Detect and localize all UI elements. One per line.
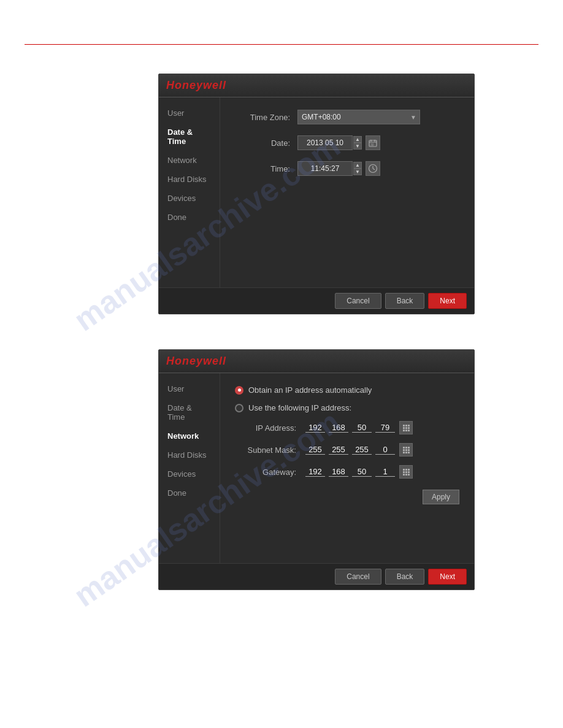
gw-oct2[interactable]: 168	[329, 467, 348, 477]
panel2-header: Honeywell	[159, 350, 474, 373]
panel1-body: User Date & Time Network Hard Disks Devi…	[159, 97, 474, 287]
sidebar-item-network[interactable]: Network	[159, 151, 220, 170]
apply-button[interactable]: Apply	[423, 490, 459, 504]
svg-rect-18	[405, 447, 407, 449]
svg-rect-22	[408, 449, 410, 451]
subnet-mask-row: Subnet Mask: 255 255 255 0	[235, 443, 459, 457]
svg-rect-19	[408, 447, 410, 449]
svg-rect-16	[408, 430, 410, 431]
svg-rect-31	[408, 471, 410, 473]
ip-grid-btn[interactable]	[399, 421, 413, 434]
svg-rect-12	[405, 427, 407, 429]
time-spinner: ▲ ▼	[353, 162, 362, 175]
clock-icon-btn[interactable]	[366, 161, 380, 176]
date-label: Date:	[235, 138, 290, 148]
svg-rect-32	[403, 474, 405, 476]
subnet-grid-btn[interactable]	[399, 443, 413, 457]
gateway-row: Gateway: 192 168 50 1	[235, 465, 459, 479]
panel2-logo: Honeywell	[166, 355, 226, 367]
svg-rect-23	[403, 452, 405, 453]
subnet-oct1[interactable]: 255	[305, 445, 325, 455]
gateway-grid-btn[interactable]	[399, 465, 413, 479]
svg-rect-14	[403, 430, 405, 431]
panel-network: Honeywell User Date & Time Network Hard …	[158, 349, 475, 590]
radio1-btn[interactable]	[235, 386, 243, 395]
sidebar-item-done[interactable]: Done	[159, 208, 220, 227]
subnet-oct2[interactable]: 255	[329, 445, 348, 455]
svg-rect-9	[405, 425, 407, 427]
svg-rect-13	[408, 427, 410, 429]
panel1-next-button[interactable]: Next	[428, 293, 467, 309]
panel1-footer: Cancel Back Next	[159, 287, 474, 314]
svg-rect-25	[408, 452, 410, 453]
sidebar-item-harddisks[interactable]: Hard Disks	[159, 170, 220, 189]
date-up-arrow[interactable]: ▲	[353, 136, 362, 143]
svg-rect-33	[405, 474, 407, 476]
svg-rect-11	[403, 427, 405, 429]
page-divider	[25, 44, 538, 45]
svg-rect-28	[408, 469, 410, 471]
gateway-label: Gateway:	[235, 468, 296, 477]
ip-oct3[interactable]: 50	[352, 423, 372, 433]
time-up-arrow[interactable]: ▲	[353, 162, 362, 169]
ip-oct2[interactable]: 168	[329, 423, 348, 433]
panel2-sidebar-datetime[interactable]: Date & Time	[159, 398, 220, 427]
gw-oct3[interactable]: 50	[352, 467, 372, 477]
sidebar-item-user[interactable]: User	[159, 104, 220, 123]
ip-oct4[interactable]: 79	[375, 423, 395, 433]
panel1-header: Honeywell	[159, 74, 474, 97]
ip-address-row: IP Address: 192 168 50 79	[235, 421, 459, 434]
panel2-next-button[interactable]: Next	[428, 569, 467, 585]
time-row: Time: ▲ ▼	[235, 161, 459, 176]
panel1-logo: Honeywell	[166, 79, 226, 91]
svg-rect-15	[405, 430, 407, 431]
gw-oct4[interactable]: 1	[375, 467, 395, 477]
time-input[interactable]	[297, 161, 353, 176]
svg-line-7	[373, 169, 375, 170]
subnet-oct3[interactable]: 255	[352, 445, 372, 455]
radio2-row: Use the following IP address:	[235, 403, 459, 412]
svg-rect-8	[403, 425, 405, 427]
subnet-label: Subnet Mask:	[235, 446, 296, 455]
svg-rect-24	[405, 452, 407, 453]
svg-rect-34	[408, 474, 410, 476]
panel1-sidebar: User Date & Time Network Hard Disks Devi…	[159, 97, 220, 287]
panel2-content: Obtain an IP address automatically Use t…	[220, 373, 474, 563]
panel1-content: Time Zone: GMT+08:00 Date: ▲ ▼	[220, 97, 474, 287]
panel1-back-button[interactable]: Back	[385, 293, 425, 309]
timezone-row: Time Zone: GMT+08:00	[235, 110, 459, 124]
date-down-arrow[interactable]: ▼	[353, 143, 362, 150]
svg-rect-26	[403, 469, 405, 471]
panel2-sidebar-user[interactable]: User	[159, 379, 220, 398]
panel2-back-button[interactable]: Back	[385, 569, 425, 585]
sidebar-item-datetime[interactable]: Date & Time	[159, 123, 220, 151]
sidebar-item-devices[interactable]: Devices	[159, 189, 220, 208]
svg-rect-10	[408, 425, 410, 427]
time-down-arrow[interactable]: ▼	[353, 169, 362, 175]
svg-rect-20	[403, 449, 405, 451]
panel2-sidebar-network[interactable]: Network	[159, 427, 220, 446]
svg-rect-27	[405, 469, 407, 471]
ip-oct1[interactable]: 192	[305, 423, 325, 433]
date-input[interactable]	[297, 135, 353, 150]
svg-rect-30	[405, 471, 407, 473]
panel2-sidebar-harddisks[interactable]: Hard Disks	[159, 446, 220, 464]
panel2-body: User Date & Time Network Hard Disks Devi…	[159, 373, 474, 563]
panel2-sidebar-devices[interactable]: Devices	[159, 464, 220, 483]
timezone-select[interactable]: GMT+08:00	[297, 110, 420, 124]
panel2-sidebar-done[interactable]: Done	[159, 483, 220, 502]
ip-address-label: IP Address:	[235, 423, 296, 433]
svg-rect-21	[405, 449, 407, 451]
date-spinner: ▲ ▼	[353, 136, 362, 150]
panel1-cancel-button[interactable]: Cancel	[335, 293, 381, 309]
gw-oct1[interactable]: 192	[305, 467, 325, 477]
panel2-footer: Cancel Back Next	[159, 563, 474, 590]
calendar-icon-btn[interactable]: 30	[366, 135, 380, 150]
radio2-btn[interactable]	[235, 404, 243, 412]
panel2-cancel-button[interactable]: Cancel	[335, 569, 381, 585]
timezone-label: Time Zone:	[235, 113, 290, 122]
svg-rect-17	[403, 447, 405, 449]
radio1-row: Obtain an IP address automatically	[235, 385, 459, 395]
date-row: Date: ▲ ▼ 30	[235, 135, 459, 150]
subnet-oct4[interactable]: 0	[375, 445, 395, 455]
